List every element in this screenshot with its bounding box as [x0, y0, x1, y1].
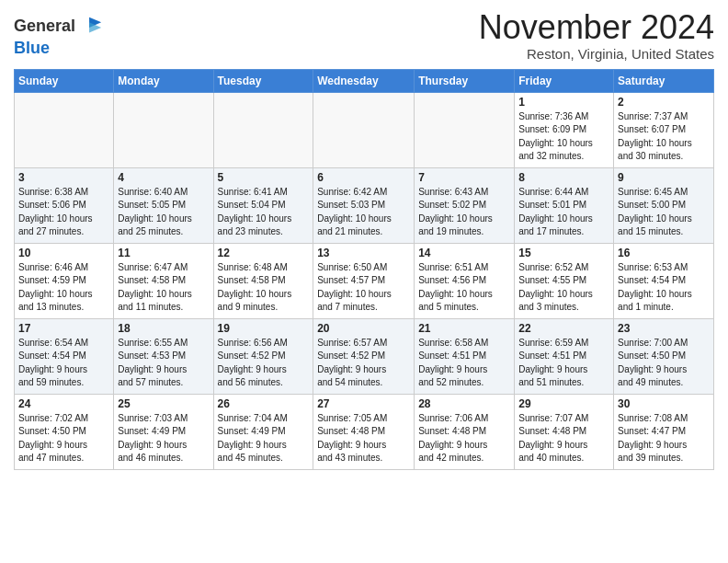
- day-number: 12: [218, 247, 310, 259]
- calendar-cell: 5Sunrise: 6:41 AM Sunset: 5:04 PM Daylig…: [213, 167, 313, 243]
- day-number: 23: [618, 322, 710, 335]
- day-info: Sunrise: 7:06 AM Sunset: 4:48 PM Dayligh…: [418, 412, 510, 465]
- day-info: Sunrise: 7:37 AM Sunset: 6:07 PM Dayligh…: [618, 110, 710, 164]
- day-info: Sunrise: 6:42 AM Sunset: 5:03 PM Dayligh…: [317, 186, 410, 239]
- day-info: Sunrise: 6:43 AM Sunset: 5:02 PM Dayligh…: [418, 186, 510, 239]
- day-info: Sunrise: 6:44 AM Sunset: 5:01 PM Dayligh…: [518, 186, 609, 239]
- calendar-cell: 6Sunrise: 6:42 AM Sunset: 5:03 PM Daylig…: [313, 167, 415, 243]
- calendar-week-row: 3Sunrise: 6:38 AM Sunset: 5:06 PM Daylig…: [15, 167, 714, 243]
- calendar-cell: 14Sunrise: 6:51 AM Sunset: 4:56 PM Dayli…: [415, 243, 515, 318]
- day-info: Sunrise: 6:56 AM Sunset: 4:52 PM Dayligh…: [218, 337, 310, 390]
- calendar-cell: 3Sunrise: 6:38 AM Sunset: 5:06 PM Daylig…: [15, 167, 114, 243]
- day-info: Sunrise: 7:08 AM Sunset: 4:47 PM Dayligh…: [618, 412, 710, 465]
- calendar-cell: [15, 92, 114, 167]
- calendar-cell: 11Sunrise: 6:47 AM Sunset: 4:58 PM Dayli…: [114, 243, 213, 318]
- calendar-cell: [313, 92, 415, 167]
- logo-general-text: General: [14, 17, 75, 36]
- day-number: 18: [118, 322, 209, 335]
- day-number: 7: [418, 171, 510, 184]
- day-info: Sunrise: 6:40 AM Sunset: 5:05 PM Dayligh…: [118, 186, 209, 239]
- day-info: Sunrise: 6:47 AM Sunset: 4:58 PM Dayligh…: [118, 261, 209, 315]
- page: General Blue November 2024 Reston, Virgi…: [0, 0, 728, 484]
- logo-blue-text: Blue: [14, 40, 103, 58]
- day-info: Sunrise: 6:45 AM Sunset: 5:00 PM Dayligh…: [618, 186, 710, 239]
- calendar-cell: 30Sunrise: 7:08 AM Sunset: 4:47 PM Dayli…: [614, 394, 714, 469]
- day-info: Sunrise: 6:41 AM Sunset: 5:04 PM Dayligh…: [218, 186, 310, 239]
- calendar-cell: 22Sunrise: 6:59 AM Sunset: 4:51 PM Dayli…: [515, 318, 614, 394]
- day-info: Sunrise: 7:03 AM Sunset: 4:49 PM Dayligh…: [118, 412, 209, 465]
- calendar-cell: 7Sunrise: 6:43 AM Sunset: 5:02 PM Daylig…: [415, 167, 515, 243]
- calendar-header-row: SundayMondayTuesdayWednesdayThursdayFrid…: [15, 69, 714, 92]
- calendar-cell: 13Sunrise: 6:50 AM Sunset: 4:57 PM Dayli…: [313, 243, 415, 318]
- day-number: 22: [518, 322, 609, 335]
- calendar-cell: 16Sunrise: 6:53 AM Sunset: 4:54 PM Dayli…: [614, 243, 714, 318]
- day-info: Sunrise: 6:38 AM Sunset: 5:06 PM Dayligh…: [18, 186, 109, 239]
- day-number: 13: [317, 247, 410, 259]
- calendar-cell: 1Sunrise: 7:36 AM Sunset: 6:09 PM Daylig…: [515, 92, 614, 167]
- day-number: 20: [317, 322, 410, 335]
- calendar-table: SundayMondayTuesdayWednesdayThursdayFrid…: [14, 69, 714, 470]
- calendar-cell: 29Sunrise: 7:07 AM Sunset: 4:48 PM Dayli…: [515, 394, 614, 469]
- calendar-cell: 20Sunrise: 6:57 AM Sunset: 4:52 PM Dayli…: [313, 318, 415, 394]
- weekday-header: Friday: [515, 69, 614, 92]
- day-number: 19: [218, 322, 310, 335]
- calendar-cell: 27Sunrise: 7:05 AM Sunset: 4:48 PM Dayli…: [313, 394, 415, 469]
- calendar-cell: 4Sunrise: 6:40 AM Sunset: 5:05 PM Daylig…: [114, 167, 213, 243]
- calendar-cell: 9Sunrise: 6:45 AM Sunset: 5:00 PM Daylig…: [614, 167, 714, 243]
- day-info: Sunrise: 7:36 AM Sunset: 6:09 PM Dayligh…: [518, 110, 609, 164]
- calendar-cell: 19Sunrise: 6:56 AM Sunset: 4:52 PM Dayli…: [213, 318, 313, 394]
- calendar-cell: 10Sunrise: 6:46 AM Sunset: 4:59 PM Dayli…: [15, 243, 114, 318]
- day-info: Sunrise: 6:54 AM Sunset: 4:54 PM Dayligh…: [18, 337, 109, 390]
- day-info: Sunrise: 7:00 AM Sunset: 4:50 PM Dayligh…: [618, 337, 710, 390]
- day-number: 25: [118, 397, 209, 410]
- day-number: 8: [518, 171, 609, 184]
- day-number: 14: [418, 247, 510, 259]
- calendar-week-row: 1Sunrise: 7:36 AM Sunset: 6:09 PM Daylig…: [15, 92, 714, 167]
- day-number: 2: [618, 96, 710, 109]
- header: General Blue November 2024 Reston, Virgi…: [14, 9, 714, 62]
- day-number: 11: [118, 247, 209, 259]
- day-info: Sunrise: 6:50 AM Sunset: 4:57 PM Dayligh…: [317, 261, 410, 315]
- logo-flag-icon: [77, 14, 103, 40]
- day-info: Sunrise: 6:55 AM Sunset: 4:53 PM Dayligh…: [118, 337, 209, 390]
- day-number: 5: [218, 171, 310, 184]
- day-number: 10: [18, 247, 109, 259]
- weekday-header: Tuesday: [213, 69, 313, 92]
- day-info: Sunrise: 6:52 AM Sunset: 4:55 PM Dayligh…: [518, 261, 609, 315]
- calendar-cell: 17Sunrise: 6:54 AM Sunset: 4:54 PM Dayli…: [15, 318, 114, 394]
- day-info: Sunrise: 6:59 AM Sunset: 4:51 PM Dayligh…: [518, 337, 609, 390]
- day-number: 27: [317, 397, 410, 410]
- day-number: 24: [18, 397, 109, 410]
- calendar-cell: 18Sunrise: 6:55 AM Sunset: 4:53 PM Dayli…: [114, 318, 213, 394]
- day-number: 15: [518, 247, 609, 259]
- day-info: Sunrise: 7:04 AM Sunset: 4:49 PM Dayligh…: [218, 412, 310, 465]
- day-number: 26: [218, 397, 310, 410]
- calendar-cell: 28Sunrise: 7:06 AM Sunset: 4:48 PM Dayli…: [415, 394, 515, 469]
- day-number: 17: [18, 322, 109, 335]
- weekday-header: Sunday: [15, 69, 114, 92]
- day-number: 28: [418, 397, 510, 410]
- calendar-cell: [114, 92, 213, 167]
- day-info: Sunrise: 6:48 AM Sunset: 4:58 PM Dayligh…: [218, 261, 310, 315]
- calendar-cell: 15Sunrise: 6:52 AM Sunset: 4:55 PM Dayli…: [515, 243, 614, 318]
- day-number: 16: [618, 247, 710, 259]
- calendar-cell: 21Sunrise: 6:58 AM Sunset: 4:51 PM Dayli…: [415, 318, 515, 394]
- calendar-cell: 26Sunrise: 7:04 AM Sunset: 4:49 PM Dayli…: [213, 394, 313, 469]
- day-number: 1: [518, 96, 609, 109]
- calendar-cell: 12Sunrise: 6:48 AM Sunset: 4:58 PM Dayli…: [213, 243, 313, 318]
- location: Reston, Virginia, United States: [479, 46, 714, 62]
- day-info: Sunrise: 7:02 AM Sunset: 4:50 PM Dayligh…: [18, 412, 109, 465]
- day-number: 21: [418, 322, 510, 335]
- calendar-cell: [415, 92, 515, 167]
- day-info: Sunrise: 6:57 AM Sunset: 4:52 PM Dayligh…: [317, 337, 410, 390]
- calendar-week-row: 17Sunrise: 6:54 AM Sunset: 4:54 PM Dayli…: [15, 318, 714, 394]
- calendar-cell: [213, 92, 313, 167]
- day-info: Sunrise: 6:58 AM Sunset: 4:51 PM Dayligh…: [418, 337, 510, 390]
- weekday-header: Wednesday: [313, 69, 415, 92]
- calendar-cell: 25Sunrise: 7:03 AM Sunset: 4:49 PM Dayli…: [114, 394, 213, 469]
- day-info: Sunrise: 7:05 AM Sunset: 4:48 PM Dayligh…: [317, 412, 410, 465]
- calendar-cell: 2Sunrise: 7:37 AM Sunset: 6:07 PM Daylig…: [614, 92, 714, 167]
- calendar-cell: 24Sunrise: 7:02 AM Sunset: 4:50 PM Dayli…: [15, 394, 114, 469]
- title-block: November 2024 Reston, Virginia, United S…: [479, 9, 714, 62]
- calendar-cell: 23Sunrise: 7:00 AM Sunset: 4:50 PM Dayli…: [614, 318, 714, 394]
